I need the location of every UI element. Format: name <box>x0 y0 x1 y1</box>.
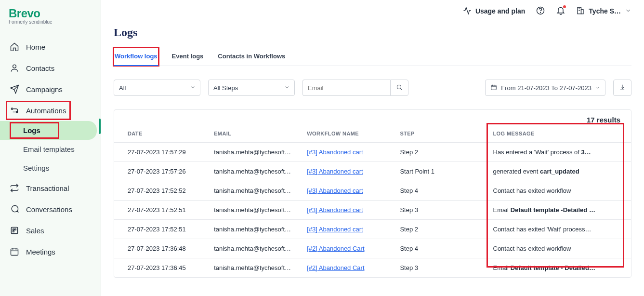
sidebar: Brevo Formerly sendinblue Home Contacts <box>0 0 101 296</box>
tab-contacts-in-workflows[interactable]: Contacts in Workflows <box>217 48 286 66</box>
cell-email: tanisha.mehta@tychesoftwares.c… <box>207 220 300 239</box>
cell-date: 27-07-2023 17:52:52 <box>114 181 207 201</box>
sidebar-item-campaigns[interactable]: Campaigns <box>0 79 101 100</box>
search-button[interactable] <box>390 80 408 96</box>
tab-label: Contacts in Workflows <box>218 53 285 60</box>
cell-step: Start Point 1 <box>393 162 486 181</box>
workflow-link[interactable]: [#2] Abandoned Cart <box>307 245 364 252</box>
sidebar-item-automations[interactable]: Automations <box>0 100 101 121</box>
filters: All All Steps <box>114 80 631 96</box>
logs-table: DATE EMAIL WORKFLOW NAME STEP LOG MESSAG… <box>114 124 631 277</box>
usage-and-plan[interactable]: Usage and plan <box>463 6 525 16</box>
download-button[interactable] <box>613 80 631 96</box>
search-icon <box>396 84 403 92</box>
sidebar-sub-label: Logs <box>23 126 40 135</box>
svg-rect-5 <box>15 229 16 230</box>
svg-rect-7 <box>11 249 18 255</box>
workflow-link[interactable]: [#3] Abandoned cart <box>307 226 363 233</box>
col-step: STEP <box>393 124 486 143</box>
cell-workflow: [#3] Abandoned cart <box>300 181 393 201</box>
date-range-label: From 21-07-2023 To 27-07-2023 <box>501 84 591 92</box>
calendar-icon <box>10 247 19 256</box>
account-menu[interactable]: Tyche S… <box>576 6 631 16</box>
col-workflow: WORKFLOW NAME <box>300 124 393 143</box>
sidebar-item-label: Contacts <box>26 64 54 72</box>
svg-rect-6 <box>13 231 14 232</box>
table-row: 27-07-2023 17:52:51tanisha.mehta@tycheso… <box>114 201 631 220</box>
workflow-link[interactable]: [#3] Abandoned cart <box>307 148 363 156</box>
cell-step: Step 3 <box>393 258 486 278</box>
cell-step: Step 4 <box>393 239 486 258</box>
sidebar-sub-settings[interactable]: Settings <box>0 159 101 177</box>
sidebar-item-contacts[interactable]: Contacts <box>0 57 101 79</box>
email-search-input[interactable] <box>302 80 390 96</box>
workflow-link[interactable]: [#3] Abandoned cart <box>307 187 363 194</box>
sidebar-item-sales[interactable]: Sales <box>0 220 101 241</box>
calendar-icon <box>490 84 497 92</box>
sidebar-item-meetings[interactable]: Meetings <box>0 241 101 262</box>
sidebar-item-conversations[interactable]: Conversations <box>0 199 101 220</box>
sidebar-sub-email-templates[interactable]: Email templates <box>0 140 101 159</box>
workflow-link[interactable]: [#2] Abandoned Cart <box>307 264 364 271</box>
automation-icon <box>10 106 19 115</box>
cell-date: 27-07-2023 17:36:45 <box>114 258 207 278</box>
svg-rect-4 <box>13 229 14 230</box>
home-icon <box>10 42 19 52</box>
cell-logmsg: generated event cart_updated <box>486 162 631 181</box>
col-logmsg-label: LOG MESSAGE <box>493 131 535 136</box>
cell-email: tanisha.mehta@tychesoftwares.c… <box>207 181 300 201</box>
topbar: Usage and plan Tyche S… <box>101 0 644 22</box>
cell-workflow: [#2] Abandoned Cart <box>300 258 393 278</box>
usage-label: Usage and plan <box>475 7 525 15</box>
sidebar-item-label: Transactional <box>26 184 69 192</box>
svg-line-18 <box>400 88 402 90</box>
svg-point-17 <box>397 85 401 89</box>
cell-step: Step 3 <box>393 201 486 220</box>
tab-workflow-logs[interactable]: Workflow logs <box>114 48 158 66</box>
email-search-group <box>302 80 408 96</box>
transactional-icon <box>10 183 19 193</box>
cell-logmsg: Email Default template -Detailed … <box>486 201 631 220</box>
table-row: 27-07-2023 17:52:52tanisha.mehta@tycheso… <box>114 181 631 201</box>
cell-step: Step 4 <box>393 181 486 201</box>
cell-email: tanisha.mehta@tychesoftwares.c… <box>207 258 300 278</box>
date-range-picker[interactable]: From 21-07-2023 To 27-07-2023 <box>485 80 605 96</box>
cell-date: 27-07-2023 17:52:51 <box>114 220 207 239</box>
help-button[interactable] <box>536 6 545 17</box>
notifications-button[interactable] <box>556 6 565 17</box>
table-row: 27-07-2023 17:52:51tanisha.mehta@tycheso… <box>114 220 631 239</box>
sidebar-item-home[interactable]: Home <box>0 36 101 57</box>
cell-workflow: [#3] Abandoned cart <box>300 162 393 181</box>
page: Logs Workflow logs Event logs Contacts i… <box>101 22 644 278</box>
filter-all[interactable]: All <box>114 80 200 96</box>
sidebar-sub-logs[interactable]: Logs <box>0 121 97 140</box>
activity-icon <box>463 6 472 16</box>
svg-point-1 <box>11 108 13 109</box>
cell-logmsg: Contact has exited workflow <box>486 181 631 201</box>
sidebar-sub-label: Email templates <box>23 145 75 153</box>
sidebar-item-label: Automations <box>26 107 66 115</box>
svg-point-12 <box>540 12 541 13</box>
chevron-down-icon <box>625 7 631 15</box>
workflow-link[interactable]: [#3] Abandoned cart <box>307 206 363 214</box>
cell-email: tanisha.mehta@tychesoftwares.c… <box>207 201 300 220</box>
sales-icon <box>10 226 19 235</box>
nav: Home Contacts Campaigns Automations <box>0 36 101 262</box>
tab-event-logs[interactable]: Event logs <box>171 48 205 66</box>
sidebar-item-transactional[interactable]: Transactional <box>0 177 101 199</box>
cell-date: 27-07-2023 17:36:48 <box>114 239 207 258</box>
cell-date: 27-07-2023 17:57:29 <box>114 143 207 162</box>
filter-steps[interactable]: All Steps <box>208 80 295 96</box>
download-icon <box>619 84 626 92</box>
svg-rect-14 <box>581 9 584 13</box>
sidebar-item-label: Conversations <box>26 205 72 214</box>
cell-email: tanisha.mehta@tychesoftwares.c… <box>207 143 300 162</box>
user-icon <box>10 63 19 73</box>
cell-logmsg: Contact has exited workflow <box>486 239 631 258</box>
workflow-link[interactable]: [#3] Abandoned cart <box>307 168 363 175</box>
svg-rect-13 <box>578 7 581 14</box>
results-panel: 17 results DATE EMAIL WORKFLOW NAME STEP… <box>114 109 631 278</box>
active-indicator <box>99 119 101 134</box>
sidebar-item-label: Meetings <box>26 248 55 256</box>
sidebar-item-label: Home <box>26 43 45 51</box>
